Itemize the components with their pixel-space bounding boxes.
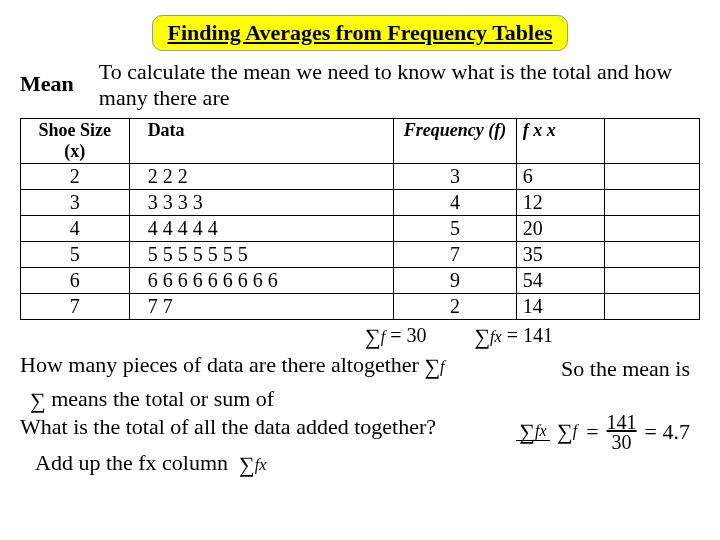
intro-text: To calculate the mean we need to know wh… [99, 59, 700, 112]
table-row: 5 5 5 5 5 5 5 5 7 35 [21, 241, 700, 267]
table-row: 7 7 7 2 14 [21, 293, 700, 319]
table-row: 6 6 6 6 6 6 6 6 6 6 9 54 [21, 267, 700, 293]
sigma-icon: ∑ [424, 354, 440, 380]
addup-text: Add up the fx column [35, 450, 228, 475]
sigma-icon: ∑ [474, 324, 490, 350]
sum-f-value: = 30 [390, 324, 426, 346]
table-row: 4 4 4 4 4 4 5 20 [21, 215, 700, 241]
header-fx: f x x [516, 118, 604, 163]
table-row: 3 3 3 3 3 4 12 [21, 189, 700, 215]
mean-result: ∑fx ∑f = 141 30 = 4.7 [516, 412, 690, 452]
sum-fx-value: = 141 [507, 324, 553, 346]
sum-row: ∑f = 30 ∑fx = 141 [20, 324, 700, 350]
means-total-text: means the total or sum of [51, 386, 274, 411]
header-f: Frequency (f) [394, 118, 516, 163]
sigma-icon: ∑ [30, 388, 46, 414]
header-x: Shoe Size (x) [21, 118, 130, 163]
question-howmany: How many pieces of data are there altoge… [20, 352, 419, 377]
header-data: Data [129, 118, 394, 163]
header-blank [604, 118, 699, 163]
sigma-icon: ∑ [239, 452, 255, 478]
frequency-table: Shoe Size (x) Data Frequency (f) f x x 2… [20, 118, 700, 320]
sigma-icon: ∑ [365, 324, 381, 350]
table-row: 2 2 2 2 3 6 [21, 163, 700, 189]
mean-heading: Mean [20, 59, 74, 97]
page-title: Finding Averages from Frequency Tables [152, 15, 567, 51]
so-mean-label: So the mean is [561, 356, 690, 382]
